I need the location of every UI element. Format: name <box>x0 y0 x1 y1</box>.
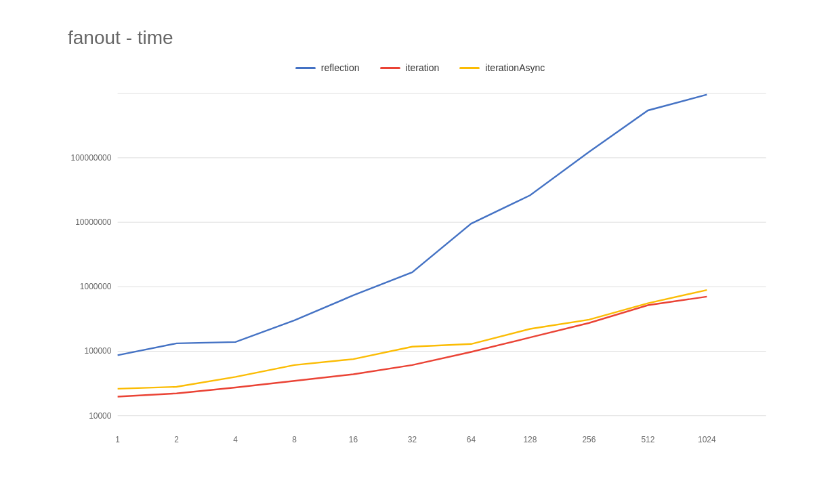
line-reflection <box>118 95 707 356</box>
svg-text:100000: 100000 <box>85 346 112 356</box>
svg-text:512: 512 <box>641 434 654 444</box>
legend-label-reflection: reflection <box>321 62 360 73</box>
svg-text:100000000: 100000000 <box>71 153 112 163</box>
svg-text:10000000: 10000000 <box>75 217 111 227</box>
svg-text:4: 4 <box>233 434 238 444</box>
legend-item-iteration: iteration <box>380 62 440 73</box>
svg-text:1: 1 <box>115 434 120 444</box>
svg-text:32: 32 <box>408 434 417 444</box>
legend-item-reflection: reflection <box>295 62 360 73</box>
svg-text:256: 256 <box>582 434 596 444</box>
svg-text:16: 16 <box>349 434 358 444</box>
svg-text:1024: 1024 <box>698 434 716 444</box>
svg-text:10000: 10000 <box>89 411 111 420</box>
svg-text:128: 128 <box>523 434 537 444</box>
legend-label-iteration: iteration <box>406 62 440 73</box>
legend-color-iteration <box>380 67 400 69</box>
svg-text:8: 8 <box>292 434 297 444</box>
legend-label-iterationasync: iterationAsync <box>485 62 545 73</box>
legend-item-iterationasync: iterationAsync <box>459 62 545 73</box>
svg-text:64: 64 <box>467 434 476 444</box>
chart-legend: reflection iteration iterationAsync <box>68 62 772 73</box>
line-iterationasync <box>118 290 707 389</box>
chart-title: fanout - time <box>68 27 772 49</box>
legend-color-reflection <box>295 67 316 69</box>
svg-text:2: 2 <box>174 434 179 444</box>
legend-color-iterationasync <box>459 67 480 69</box>
svg-text:1000000: 1000000 <box>80 282 112 291</box>
chart-container: fanout - time reflection iteration itera… <box>0 0 813 504</box>
chart-svg: 10000 100000 1000000 10000000 100000000 … <box>68 87 772 455</box>
